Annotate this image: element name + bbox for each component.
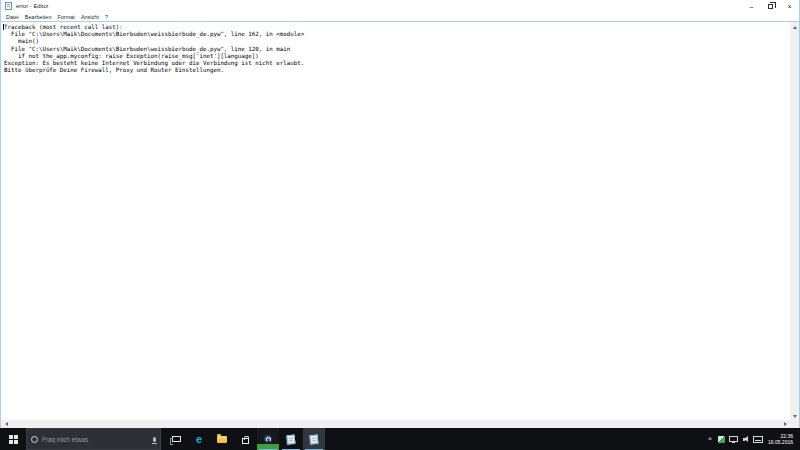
close-icon: × — [787, 3, 791, 10]
minimize-icon: – — [750, 3, 754, 10]
menu-bearbeiten[interactable]: Bearbeiten — [22, 14, 55, 20]
vertical-scrollbar[interactable] — [790, 22, 799, 421]
scroll-right-icon[interactable] — [781, 420, 789, 428]
volume-icon — [743, 438, 745, 441]
microphone-icon[interactable] — [153, 437, 156, 442]
windows-logo-icon — [9, 435, 18, 444]
code-line: Bitte überprüfe Deine Firewall, Proxy un… — [4, 67, 789, 74]
restore-icon — [768, 4, 773, 9]
tray-app-button[interactable] — [716, 428, 728, 450]
taskbar-app-progress-button[interactable] — [257, 428, 279, 450]
search-placeholder: Frag mich etwas — [42, 436, 149, 443]
text-area[interactable]: Traceback (most recent call last): File … — [1, 21, 799, 428]
horizontal-scrollbar[interactable] — [1, 420, 799, 428]
touch-keyboard-icon — [753, 436, 763, 443]
code-line: File "C:\Users\Maik\Documents\Bierbuden\… — [4, 46, 789, 53]
code-line: Traceback (most recent call last): — [4, 24, 789, 31]
menu-ansicht[interactable]: Ansicht — [78, 14, 102, 20]
chevron-up-icon: ^ — [708, 436, 712, 442]
editor-text: Traceback (most recent call last): File … — [4, 24, 789, 74]
tray-app-icon — [718, 436, 725, 443]
title-bar[interactable]: error - Editor – × — [1, 0, 799, 12]
minimize-button[interactable]: – — [742, 0, 761, 12]
menu-bar: Datei Bearbeiten Format Ansicht ? — [1, 12, 799, 21]
code-line: File "C:\Users\Maik\Documents\Bierbuden\… — [4, 31, 789, 38]
notepad-icon — [5, 2, 12, 10]
taskbar-edge-button[interactable]: e — [188, 428, 210, 450]
maximize-button[interactable] — [761, 0, 780, 12]
scroll-left-icon[interactable] — [2, 420, 10, 428]
menu-datei[interactable]: Datei — [3, 14, 22, 20]
network-button[interactable] — [728, 428, 740, 450]
taskbar-explorer-button[interactable] — [211, 428, 233, 450]
menu-format[interactable]: Format — [54, 14, 77, 20]
start-button[interactable] — [0, 428, 26, 450]
taskbar-notepad-button-2[interactable] — [303, 428, 325, 450]
menu-help[interactable]: ? — [102, 14, 111, 20]
notepad-window: error - Editor – × Datei Bearbeiten Form… — [0, 0, 800, 428]
store-icon — [242, 438, 249, 444]
code-line: main() — [4, 38, 789, 45]
cortana-search-box[interactable]: Frag mich etwas — [26, 428, 161, 450]
taskbar: Frag mich etwas e ^ — [0, 428, 800, 450]
touch-keyboard-button[interactable] — [752, 428, 764, 450]
task-view-icon — [172, 436, 181, 442]
taskbar-notepad-button-1[interactable] — [280, 428, 302, 450]
system-tray: ^ 22:36 16.05.2016 — [704, 428, 800, 450]
window-title: error - Editor — [16, 3, 49, 9]
task-view-button[interactable] — [165, 428, 187, 450]
code-line: Exception: Es besteht keine Internet Ver… — [4, 60, 789, 67]
taskbar-clock[interactable]: 22:36 16.05.2016 — [764, 433, 796, 445]
file-explorer-icon — [217, 436, 227, 443]
code-line: if not the_app.myconfig: raise Exception… — [4, 53, 789, 60]
scroll-up-icon[interactable] — [790, 23, 799, 31]
app-logo-icon — [264, 435, 273, 444]
edge-icon: e — [196, 434, 202, 445]
scroll-down-icon[interactable] — [790, 412, 799, 420]
taskbar-store-button[interactable] — [234, 428, 256, 450]
caption-buttons: – × — [742, 0, 799, 12]
clock-date: 16.05.2016 — [768, 439, 793, 445]
close-button[interactable]: × — [780, 0, 799, 12]
notepad-icon — [309, 434, 318, 444]
volume-button[interactable] — [740, 428, 752, 450]
cortana-icon — [31, 436, 38, 443]
tray-chevron-button[interactable]: ^ — [704, 428, 716, 450]
network-icon — [729, 436, 738, 442]
desktop: error - Editor – × Datei Bearbeiten Form… — [0, 0, 800, 450]
notepad-icon — [286, 434, 295, 444]
